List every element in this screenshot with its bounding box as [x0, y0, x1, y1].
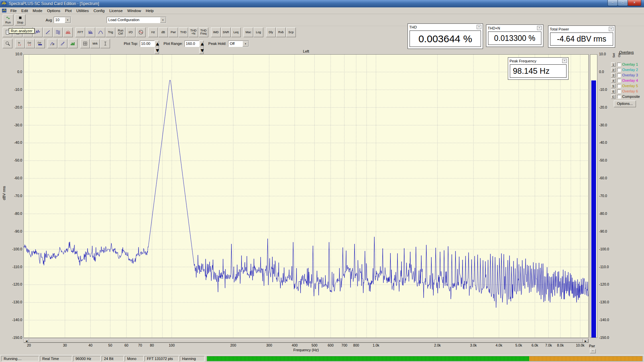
spectrum-window-icon[interactable] [2, 8, 7, 13]
overlay-4-on-checkbox[interactable] [617, 79, 621, 82]
peak-hold-dropdown-icon[interactable]: ▼ [243, 41, 249, 47]
menu-item-options[interactable]: Options [45, 8, 63, 13]
overlay-1-set-button[interactable]: 1 [611, 62, 615, 67]
avg-dropdown-icon[interactable]: ▼ [65, 17, 71, 23]
delay-button-label: Dly [269, 31, 273, 34]
input-channels-button[interactable]: In1 2 [15, 39, 25, 48]
menu-item-mode[interactable]: Mode [30, 8, 45, 13]
overlay-4-set-button[interactable]: 4 [611, 78, 615, 83]
overlay-5-on-checkbox[interactable] [617, 84, 621, 88]
load-configuration-dropdown-icon[interactable]: ▼ [160, 17, 166, 23]
plot-horizontal-scrollbar[interactable]: ◀ ▶ [23, 339, 589, 343]
fft-settings-button[interactable]: FFT [75, 27, 85, 37]
overlay-4-label: Overlay 4 [622, 78, 638, 82]
overlay-3-set-button[interactable]: 3 [611, 73, 615, 77]
plot-range-stepper[interactable]: 160.0 ▲▼ [184, 41, 204, 47]
stop-button[interactable]: Stop [15, 14, 25, 25]
overlay-1-on-checkbox[interactable] [617, 63, 621, 66]
trigger-button[interactable]: Trig [106, 27, 115, 37]
grid-options-button[interactable] [80, 39, 90, 48]
snr-button[interactable]: SNR [221, 27, 231, 37]
close-button[interactable]: × [628, 0, 641, 6]
overlay-6-set-button[interactable]: 6 [611, 89, 615, 94]
spectrum-plot-canvas[interactable] [23, 54, 589, 338]
weighting-button[interactable]: A [48, 39, 57, 48]
window-titlebar: SpectraPLUS-SC Sound Card Edition - [Spe… [0, 0, 644, 8]
plot-top-value[interactable]: 10.00 [140, 41, 155, 47]
smoothing-button[interactable] [58, 39, 67, 48]
io-device-button[interactable]: I/O [126, 27, 136, 37]
bar-display-button[interactable] [68, 39, 77, 48]
signal-generator-button[interactable] [136, 27, 146, 37]
menu-item-utilities[interactable]: Utilities [74, 8, 91, 13]
overlay-5-set-button[interactable]: 5 [611, 84, 615, 88]
units-hz-button-label: Hz [151, 31, 155, 34]
leq-button[interactable]: Leq [231, 27, 241, 37]
avg-select[interactable]: 10 ▼ [54, 17, 71, 23]
menu-item-window[interactable]: Window [125, 8, 144, 13]
run-button[interactable]: Run [3, 14, 13, 25]
thd-freq-button[interactable]: THD Freq [199, 27, 208, 37]
thdn-button[interactable]: THD +N [189, 27, 198, 37]
overlay-6-on-checkbox[interactable] [617, 89, 621, 93]
units-hz-button[interactable]: Hz [148, 27, 158, 37]
peak-frequency-meter-close-icon[interactable]: × [562, 59, 567, 63]
menu-item-license[interactable]: License [107, 8, 125, 13]
x-tick: 500 [312, 343, 318, 347]
y-tick-right: -30.0 [599, 123, 614, 127]
spectrogram-button[interactable] [53, 27, 63, 37]
octave-button[interactable] [96, 27, 105, 37]
marker-button[interactable]: Mrk [90, 39, 100, 48]
run-control-button[interactable]: Run Ctrl [116, 27, 125, 37]
imd-button[interactable]: IMD [211, 27, 221, 37]
delay-button[interactable]: Dly [266, 27, 276, 37]
minimize-button[interactable]: − [607, 0, 618, 6]
overlay-2-set-button[interactable]: 2 [611, 68, 615, 72]
plot-top-label: Plot Top: [124, 42, 138, 46]
cursor-button[interactable] [100, 39, 110, 48]
scroll-left-icon[interactable]: ◀ [24, 339, 29, 343]
plot-range-up-icon[interactable]: ▲ [199, 41, 204, 47]
overlay-c-on-checkbox[interactable] [617, 95, 621, 99]
x-tick: 4.0k [496, 343, 502, 347]
overlay-2-on-checkbox[interactable] [617, 68, 621, 72]
zoom-button[interactable] [3, 39, 12, 48]
surface-button[interactable] [63, 27, 73, 37]
thd-button-label: THD [180, 31, 186, 34]
menu-item-plot[interactable]: Plot [63, 8, 74, 13]
logging-button[interactable]: Log [254, 27, 263, 37]
peak-hold-select[interactable]: Off ▼ [228, 41, 249, 47]
thdn-button-label: THD +N [190, 29, 197, 35]
menu-item-help[interactable]: Help [143, 8, 156, 13]
plot-range-value[interactable]: 160.0 [184, 41, 199, 47]
overlays-options-button[interactable]: Options... [614, 101, 636, 107]
narrowband-button[interactable] [86, 27, 95, 37]
scroll-right-icon[interactable]: ▶ [583, 339, 588, 343]
scrollbar-thumb[interactable] [29, 339, 583, 343]
plot-top-stepper[interactable]: 10.00 ▲▼ [140, 41, 159, 47]
output-level-button[interactable]: Out [35, 39, 45, 48]
slope-button[interactable] [43, 27, 53, 37]
units-db-button[interactable]: dB [158, 27, 168, 37]
reverb-button[interactable]: Rvb [276, 27, 286, 37]
power-button[interactable]: Pwr [168, 27, 178, 37]
overlay-c-set-button[interactable]: C [611, 95, 615, 99]
load-configuration-select[interactable]: Load Configuration ▼ [107, 17, 166, 23]
total-power-meter-close-icon[interactable]: × [609, 27, 613, 31]
maximize-button[interactable]: □ [618, 0, 628, 6]
menu-item-edit[interactable]: Edit [19, 8, 31, 13]
out12-icon: Out1 2 [28, 41, 33, 46]
output-channels-button[interactable]: Out1 2 [25, 39, 35, 48]
power-bar-collapse-icon[interactable]: − [590, 349, 596, 353]
macro-button[interactable]: Mac [244, 27, 253, 37]
main-toolbar: Run Stop Avg 10 ▼ Load Configuration ▼ [0, 14, 644, 26]
scope-button[interactable]: Scp [286, 27, 296, 37]
plot-top-up-icon[interactable]: ▲ [155, 41, 159, 47]
thdn-meter-close-icon[interactable]: × [537, 26, 542, 30]
peak-frequency-meter-panel: Peak Frequency × 98.145 Hz [508, 57, 569, 80]
menu-item-config[interactable]: Config [91, 8, 107, 13]
thd-meter-close-icon[interactable]: × [477, 25, 481, 29]
menu-item-file[interactable]: File [8, 8, 19, 13]
thd-button[interactable]: THD [178, 27, 188, 37]
overlay-3-on-checkbox[interactable] [617, 73, 621, 77]
